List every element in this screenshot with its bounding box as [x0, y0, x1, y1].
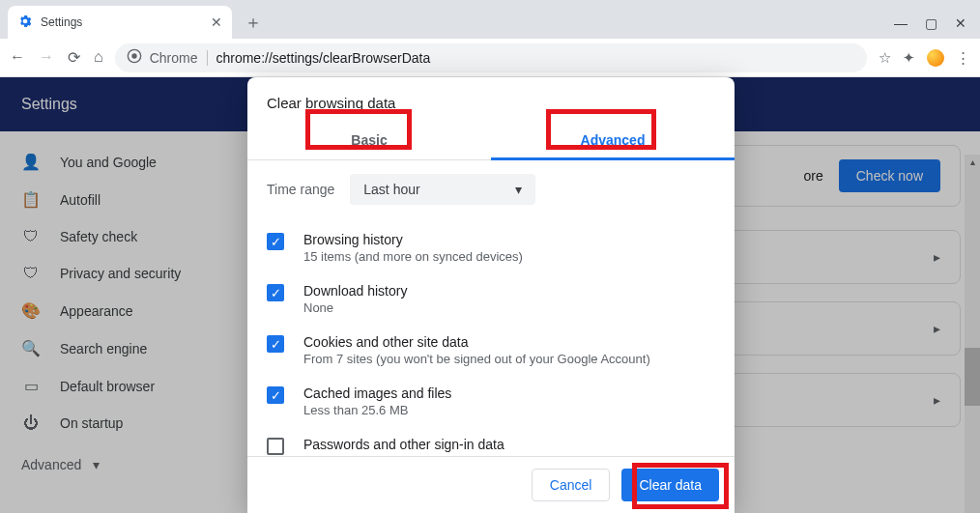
address-bar[interactable]: Chrome chrome://settings/clearBrowserDat… — [115, 43, 867, 72]
clear-data-button[interactable]: Clear data — [621, 469, 719, 501]
checkbox-icon[interactable]: ✓ — [267, 284, 284, 301]
browser-toolbar: ← → ⟳ ⌂ Chrome chrome://settings/clearBr… — [0, 39, 980, 77]
tab-advanced[interactable]: Advanced — [491, 121, 735, 159]
home-icon[interactable]: ⌂ — [94, 48, 103, 67]
checkbox-icon[interactable] — [267, 438, 284, 455]
browser-titlebar: Settings ✕ ＋ — ▢ ✕ — [0, 0, 980, 39]
extension-badge-icon[interactable] — [927, 49, 944, 67]
cancel-button[interactable]: Cancel — [532, 469, 611, 501]
maximize-icon[interactable]: ▢ — [925, 15, 937, 31]
dialog-footer: Cancel Clear data — [247, 456, 735, 513]
settings-gear-icon — [17, 14, 33, 32]
checkbox-icon[interactable]: ✓ — [267, 233, 284, 250]
checkbox-icon[interactable]: ✓ — [267, 335, 284, 353]
dialog-title: Clear browsing data — [247, 77, 735, 121]
window-controls: — ▢ ✕ — [894, 15, 980, 39]
tab-close-icon[interactable]: ✕ — [211, 14, 222, 30]
browser-tab[interactable]: Settings ✕ — [8, 6, 232, 39]
dropdown-caret-icon: ▾ — [515, 182, 522, 197]
browser-menu-icon[interactable]: ⋮ — [956, 49, 970, 67]
option-passwords[interactable]: Passwords and other sign-in dataNone — [267, 427, 715, 456]
dialog-tabs: Basic Advanced — [247, 121, 735, 160]
option-browsing-history[interactable]: ✓ Browsing history15 items (and more on … — [267, 222, 715, 273]
svg-point-1 — [131, 53, 136, 58]
time-range-select[interactable]: Last hour ▾ — [350, 174, 535, 205]
option-download-history[interactable]: ✓ Download historyNone — [267, 273, 715, 325]
tab-basic[interactable]: Basic — [247, 121, 491, 159]
checkbox-icon[interactable]: ✓ — [267, 386, 284, 404]
new-tab-button[interactable]: ＋ — [240, 9, 267, 36]
time-range-row: Time range Last hour ▾ — [267, 174, 715, 205]
clear-browsing-data-dialog: Clear browsing data Basic Advanced Time … — [247, 77, 735, 513]
site-info-icon[interactable] — [127, 48, 142, 67]
tab-title: Settings — [41, 15, 203, 29]
reload-icon[interactable]: ⟳ — [68, 48, 80, 67]
omnibox-scheme: Chrome — [150, 50, 209, 66]
dialog-body: Time range Last hour ▾ ✓ Browsing histor… — [247, 160, 735, 456]
omnibox-url: chrome://settings/clearBrowserData — [216, 50, 430, 66]
forward-icon[interactable]: → — [39, 48, 54, 67]
extensions-icon[interactable]: ✦ — [903, 49, 915, 67]
bookmark-star-icon[interactable]: ☆ — [879, 49, 891, 67]
option-cached-images[interactable]: ✓ Cached images and filesLess than 25.6 … — [267, 376, 715, 427]
back-icon[interactable]: ← — [10, 48, 25, 67]
close-window-icon[interactable]: ✕ — [955, 15, 966, 31]
time-range-label: Time range — [267, 182, 334, 197]
option-cookies[interactable]: ✓ Cookies and other site dataFrom 7 site… — [267, 325, 715, 376]
minimize-icon[interactable]: — — [894, 15, 908, 31]
